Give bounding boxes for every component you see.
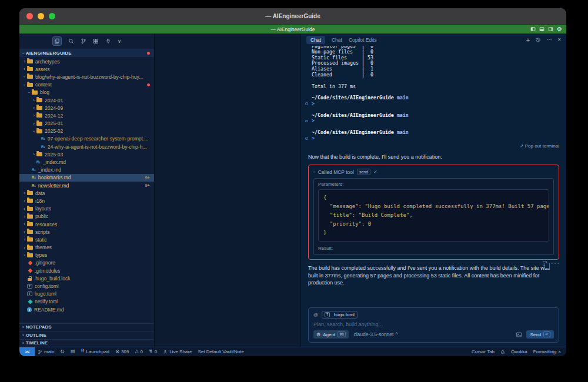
keyboard-icon[interactable]: ▤	[68, 349, 78, 354]
search-icon[interactable]	[68, 38, 74, 44]
markdown-icon: M↓	[32, 175, 36, 180]
statusbar-item-cursor-tab[interactable]: Cursor Tab	[469, 349, 497, 354]
tree-item-i18n[interactable]: ›i18n	[19, 197, 154, 205]
tree-item-assets[interactable]: ›assets	[19, 65, 154, 73]
tree-item-gitmodules[interactable]: .gitmodules	[19, 267, 154, 274]
chevron-down-icon[interactable]: ∨	[118, 38, 122, 44]
tree-item-bookmarks-md[interactable]: M↓bookmarks.md9+	[19, 174, 154, 182]
tree-item-archetypes[interactable]: ›archetypes	[19, 58, 154, 65]
tree-item-blog[interactable]: ›blog	[19, 89, 154, 96]
tree-item-themes[interactable]: ›themes	[19, 244, 154, 252]
tree-item-resources[interactable]: ›resources	[19, 220, 154, 228]
tree-item-newsletter-md[interactable]: M↓newsletter.md9+	[19, 182, 154, 189]
statusbar-item-label: Cursor Tab	[472, 349, 495, 354]
tree-item-public[interactable]: ›public	[19, 213, 154, 220]
statusbar-item-formatting[interactable]: Formatting: ×	[530, 349, 564, 354]
tree-item-readme-md[interactable]: iREADME.md	[19, 306, 154, 313]
source-control-icon[interactable]	[81, 38, 86, 44]
zoom-window-button[interactable]	[49, 13, 55, 19]
tree-item-static[interactable]: ›static	[19, 236, 154, 243]
tree-item-hugo-toml[interactable]: Thugo.toml	[19, 290, 154, 298]
statusbar-item-0[interactable]: ↯0	[146, 349, 160, 354]
pop-out-terminal-link[interactable]: ↗ Pop out terminal	[301, 142, 566, 150]
tree-item-2024-12[interactable]: ›2024-12	[19, 112, 154, 119]
markdown-icon: M↓	[41, 145, 45, 149]
bell-icon[interactable]	[497, 350, 508, 354]
tree-item-label: hugo.toml	[35, 291, 56, 297]
chat-tab-bar: ChatChatCopilot Edits+⋯×	[301, 33, 566, 46]
tree-item-07-openai-deep-researcher-system-prompt[interactable]: M↓07-openai-deep-researcher-system-promp…	[19, 135, 154, 143]
statusbar-item-main[interactable]: main	[35, 349, 57, 354]
context-file-chip[interactable]: T hugo.toml	[322, 311, 358, 319]
close-window-button[interactable]	[26, 13, 33, 19]
tab-copilot-edits[interactable]: Copilot Edits	[349, 37, 377, 43]
history-icon[interactable]	[535, 37, 541, 43]
sidebar-section-timeline[interactable]: ›TIMELINE	[19, 339, 154, 347]
statusbar-item-quokka[interactable]: Quokka	[508, 349, 530, 354]
tree-item-content[interactable]: ›content	[19, 81, 154, 89]
tab-chat[interactable]: Chat	[332, 37, 342, 43]
tree-item-netlify-toml[interactable]: netlify.toml	[19, 298, 154, 306]
agent-mode-selector[interactable]: ⚙ Agent ⌘I	[313, 330, 349, 339]
attach-image-icon[interactable]	[516, 331, 522, 338]
minimize-window-button[interactable]	[38, 13, 44, 19]
tree-item-scripts[interactable]: ›scripts	[19, 228, 154, 236]
statusbar-item-309[interactable]: ⊗309	[112, 349, 132, 354]
copy-icon[interactable]	[543, 261, 547, 266]
statusbar-item-live-share[interactable]: Live Share	[160, 349, 195, 354]
layout-right-icon[interactable]	[548, 26, 553, 32]
mention-icon[interactable]: @	[313, 312, 318, 317]
tree-item-data[interactable]: ›data	[19, 189, 154, 197]
statusbar-item-launchpad[interactable]: ⠿Launchpad	[78, 349, 112, 354]
chevron-expanded-icon: ›	[31, 129, 36, 134]
window-title: — AIEngineerGuide	[265, 13, 320, 19]
tree-item-2024-09[interactable]: ›2024-09	[19, 104, 154, 112]
file-tree[interactable]: ›archetypes›assets›blog/why-ai-agent-is-…	[19, 57, 154, 323]
chevron-expanded-icon: ›	[26, 90, 32, 95]
tree-item-2024-01[interactable]: ›2024-01	[19, 96, 154, 104]
tree-item-2025-03[interactable]: ›2025-03	[19, 150, 154, 158]
send-button[interactable]: Send ↵	[526, 330, 554, 339]
result-label: Result:	[318, 246, 549, 251]
sync-icon[interactable]: ↻	[57, 349, 68, 354]
assistant-message-summary: The build has completed successfully and…	[301, 261, 566, 289]
ellipsis-icon[interactable]: ⋯	[546, 37, 552, 43]
tree-item-types[interactable]: ›types	[19, 252, 154, 259]
statusbar-item-label: main	[44, 349, 54, 354]
extensions-icon[interactable]	[93, 38, 99, 44]
layout-bottom-icon[interactable]	[539, 26, 544, 32]
explorer-section-header[interactable]: › AIENGINEERGUIDE	[19, 49, 154, 57]
chat-input-placeholder[interactable]: Plan, search, build anything...	[313, 321, 554, 327]
tree-item-hugo-build-lock[interactable]: .hugo_build.lock	[19, 274, 154, 282]
tree-item-config-toml[interactable]: Tconfig.toml	[19, 282, 154, 290]
tree-item-index-md[interactable]: M↓_index.md	[19, 158, 154, 166]
remote-indicator[interactable]: ><	[19, 347, 35, 356]
model-selector[interactable]: claude-3.5-sonnet ^	[353, 331, 397, 337]
tree-item-blog-why-ai-agent-is-not-buzzword-by-chip-huy[interactable]: ›blog/why-ai-agent-is-not-buzzword-by-ch…	[19, 73, 154, 81]
plug-icon[interactable]	[105, 38, 111, 44]
more-actions-icon[interactable]: ⋯	[550, 257, 560, 269]
files-icon[interactable]	[52, 36, 62, 46]
tree-item-gitignore[interactable]: .gitignore	[19, 259, 154, 267]
tree-item-index-md[interactable]: M↓_index.md	[19, 166, 154, 174]
gear-icon[interactable]: ⚙	[557, 26, 562, 32]
statusbar-item-set-default-vault-note[interactable]: Set Default Vault/Note	[195, 349, 247, 354]
sidebar-section-outline[interactable]: ›OUTLINE	[19, 331, 154, 339]
window-titlebar[interactable]: — AIEngineerGuide	[19, 8, 566, 25]
statusbar-item-0[interactable]: △0	[132, 349, 146, 354]
tree-item-label: 2024-01	[45, 98, 63, 103]
close-icon[interactable]: ×	[557, 37, 561, 43]
tree-item-2025-02[interactable]: ›2025-02	[19, 128, 154, 135]
sidebar-section-notepads[interactable]: ›NOTEPADS	[19, 323, 154, 331]
terminal-output[interactable]: Paginator pages | 0Non-page files | 0Sta…	[301, 46, 566, 142]
tree-item-2025-01[interactable]: ›2025-01	[19, 120, 154, 128]
tree-item-layouts[interactable]: ›layouts	[19, 205, 154, 213]
tree-item-24-why-ai-agent-is-not-buzzword-by-chip-h[interactable]: M↓24-why-ai-agent-is-not-buzzword-by-chi…	[19, 143, 154, 150]
mcp-tool-call-header[interactable]: › Called MCP tool send ✓	[313, 169, 554, 175]
chat-input-box[interactable]: @ T hugo.toml Plan, search, build anythi…	[308, 307, 559, 343]
editor-area[interactable]	[155, 33, 300, 347]
tab-chat[interactable]: Chat	[306, 36, 325, 44]
plus-icon[interactable]: +	[526, 37, 530, 43]
folder-icon	[27, 237, 33, 242]
layout-left-icon[interactable]	[530, 26, 536, 32]
